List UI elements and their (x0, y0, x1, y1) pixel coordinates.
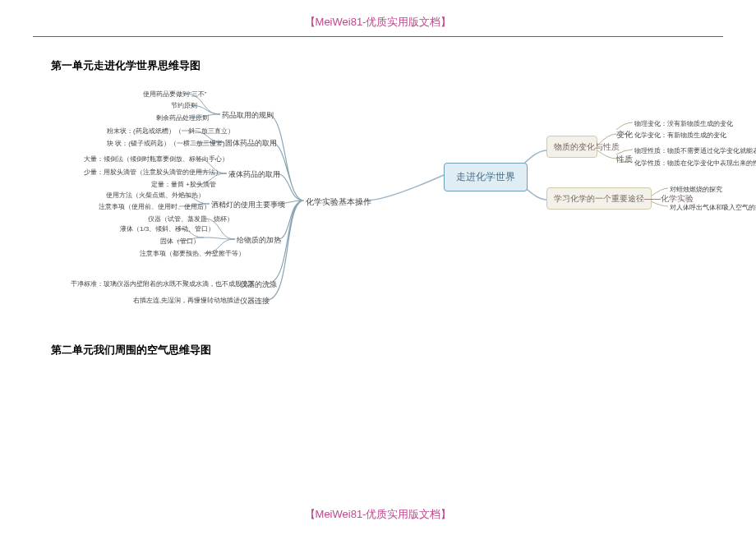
node-change-properties: 物质的变化与性质 (546, 136, 597, 158)
leaf-g1-2: 剩余药品处理原则 (156, 113, 209, 122)
leaf-physical-change: 物理变化：没有新物质生成的变化 (634, 119, 733, 128)
leaf-g3-2: 定量：量筒 +胶头滴管 (151, 180, 216, 189)
leaf-g6-0: 干净标准：玻璃仪器内壁附着的水既不聚成水滴，也不成股流下 (71, 279, 255, 288)
leaf-g2-0: 粉末状：(药匙或纸槽）（一斜二放三直立） (107, 127, 234, 136)
node-liquid-drug: 液体药品的取用 (228, 169, 280, 180)
leaf-g5-sub: 仪器（试管、蒸发皿、烧杯） (148, 214, 233, 224)
node-basic-operation: 化学实验基本操作 (306, 196, 371, 208)
node-lamp: 酒精灯的使用主要事项 (211, 200, 285, 210)
leaf-g2-1: 块 状：(镊子或药匙）（一横二放三慢竖) (107, 139, 225, 148)
node-experiment: 学习化学的一个重要途径——化学实验 (546, 187, 652, 210)
leaf-breath: 对人体呼出气体和吸入空气的探究 (670, 203, 756, 212)
leaf-candle: 对蜡烛燃烧的探究 (670, 185, 722, 194)
leaf-g3-0: 大量：倾倒法（倾倒时瓶塞要倒放、标签向手心） (84, 155, 228, 164)
section2-heading: 第二单元我们周围的空气思维导图 (51, 343, 756, 357)
mindmap: 走进化学世界 物质的变化与性质 学习化学的一个重要途径——化学实验 变化 性质 … (41, 85, 715, 331)
section1-heading: 第一单元走进化学世界思维导图 (51, 58, 756, 73)
footer-title: 【MeiWei81-优质实用版文档】 (0, 507, 756, 522)
leaf-g7-0: 右插左连,先湿润，再慢慢转动地插进 (133, 296, 240, 305)
node-solid-drug: 固体药品的取用 (225, 138, 277, 149)
leaf-chemical-prop: 化学性质：物质在化学变化中表现出来的性质 (634, 159, 756, 168)
header-title: 【MeiWei81-优质实用版文档】 (0, 0, 756, 36)
node-drug-rules: 药品取用的规则 (222, 110, 274, 121)
leaf-g5-0: 液体（1/3、倾斜、移动、管口） (120, 224, 214, 233)
leaf-g5-1: 固体（管口） (160, 237, 200, 246)
leaf-g4-0: 使用方法（火柴点燃、外焰加热） (106, 191, 205, 200)
label-property: 性质 (616, 154, 633, 165)
leaf-g4-1: 注意事项（使用前、使用时、使用后） (99, 202, 210, 211)
leaf-g1-0: 使用药品要做到"三不" (143, 90, 207, 99)
leaf-chemical-change: 化学变化：有新物质生成的变化 (634, 131, 726, 140)
leaf-g1-1: 节约原则 (171, 101, 197, 110)
leaf-physical-prop: 物理性质：物质不需要通过化学变化就能表现出来的性质 (634, 146, 756, 155)
node-heating: 给物质的加热 (237, 235, 281, 246)
leaf-g3-1: 少量：用胶头滴管（注意胶头滴管的使用方法） (84, 168, 222, 177)
root-node: 走进化学世界 (444, 163, 528, 191)
leaf-g5-2: 注意事项（都要预热、外壁擦干等） (140, 249, 245, 258)
node-connect: 仪器连接 (240, 296, 270, 307)
label-change: 变化 (616, 129, 633, 141)
divider (33, 36, 723, 37)
